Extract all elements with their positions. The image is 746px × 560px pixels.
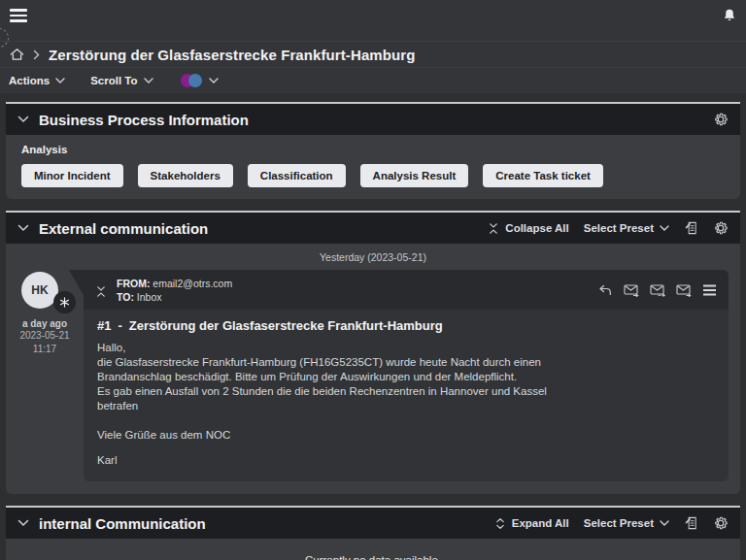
business-process-title: Business Process Information <box>39 112 249 128</box>
article-age: a day ago <box>22 318 67 329</box>
minor-incident-button[interactable]: Minor Incident <box>21 164 123 187</box>
day-divider: Yesterday (2023-05-21) <box>6 248 740 270</box>
priority-indicator-dropdown[interactable] <box>181 74 219 87</box>
mail-signature: Karl <box>97 453 715 468</box>
business-process-section: Business Process Information Analysis Mi… <box>6 102 740 199</box>
from-value: email2@otrs.com <box>153 278 232 289</box>
business-process-header[interactable]: Business Process Information <box>6 102 740 135</box>
mail-text-line: die Glasfaserstrecke Frankfurt-Hamburg (… <box>97 355 715 370</box>
reply-all-email-icon[interactable] <box>650 284 665 297</box>
subject-number: #1 <box>97 318 111 333</box>
article-subject: #1-Zerstörung der Glasfaserstrecke Frank… <box>97 318 715 333</box>
chevron-down-icon[interactable] <box>17 224 29 232</box>
article-date: 2023-05-21 <box>19 329 69 343</box>
preset-filter-icon[interactable] <box>684 220 698 236</box>
subject-separator: - <box>118 318 121 333</box>
article-row: HK a day ago 2023-05-21 11:17 <box>6 270 740 481</box>
external-communication-body: Yesterday (2023-05-21) HK a day ago 2023… <box>6 244 740 494</box>
ticket-toolbar: Actions Scroll To <box>0 68 746 93</box>
article-time: 11:17 <box>33 343 56 356</box>
preset-filter-icon[interactable] <box>684 515 698 531</box>
collapse-all-icon <box>488 222 499 235</box>
mail-text-line: Hallo, <box>97 341 715 355</box>
external-communication-header[interactable]: External communication Collapse All Sele… <box>6 211 740 244</box>
hamburger-menu-icon[interactable] <box>10 8 27 25</box>
article-meta-column: HK a day ago 2023-05-21 11:17 <box>6 270 84 356</box>
collapse-article-icon[interactable] <box>95 277 107 304</box>
unread-article-badge-icon[interactable] <box>53 291 76 313</box>
analysis-label: Analysis <box>21 144 725 155</box>
select-preset-label: Select Preset <box>584 517 654 529</box>
stakeholders-button[interactable]: Stakeholders <box>138 164 233 187</box>
select-preset-dropdown[interactable]: Select Preset <box>584 222 669 234</box>
gear-icon[interactable] <box>713 220 729 236</box>
select-preset-dropdown[interactable]: Select Preset <box>584 517 669 529</box>
from-label: FROM: <box>117 278 150 289</box>
expand-all-icon <box>494 517 506 530</box>
external-communication-title: External communication <box>39 220 208 237</box>
chevron-down-icon <box>660 225 669 231</box>
expand-all-button[interactable]: Expand All <box>494 517 569 530</box>
actions-menu-button[interactable]: Actions <box>9 75 65 86</box>
article-menu-icon[interactable] <box>702 284 717 296</box>
select-preset-label: Select Preset <box>584 222 654 234</box>
page-title: Zerstörung der Glasfaserstrecke Frankfur… <box>49 47 416 63</box>
expand-all-label: Expand All <box>512 517 569 529</box>
collapse-all-label: Collapse All <box>505 222 568 234</box>
classification-button[interactable]: Classification <box>248 164 346 187</box>
analysis-result-button[interactable]: Analysis Result <box>360 164 469 187</box>
internal-communication-title: internal Communication <box>39 515 206 532</box>
gear-icon[interactable] <box>713 112 729 127</box>
internal-communication-header[interactable]: internal Communication Expand All Select… <box>6 506 740 539</box>
subject-text: Zerstörung der Glasfaserstrecke Frankfur… <box>129 318 443 333</box>
reply-icon[interactable] <box>597 284 613 297</box>
scroll-to-menu-button[interactable]: Scroll To <box>90 75 153 86</box>
internal-communication-body: Currently no data available. <box>6 539 740 560</box>
top-bar <box>0 0 746 42</box>
collapse-all-button[interactable]: Collapse All <box>488 222 568 235</box>
breadcrumb-chevron-icon <box>33 49 40 60</box>
mail-text-line: Brandanschlag beschädigt. Bitte um Prüfu… <box>97 370 715 384</box>
forward-email-icon[interactable] <box>676 284 692 297</box>
actions-label: Actions <box>9 75 50 86</box>
gear-icon[interactable] <box>713 515 729 531</box>
mail-text-line: Es gab einen Ausfall von 2 Stunden die d… <box>97 384 715 399</box>
bell-icon[interactable] <box>723 8 736 22</box>
article-card: FROM: email2@otrs.com TO: Inbox <box>84 270 729 481</box>
mail-text-line: betrafen <box>97 399 715 413</box>
external-communication-section: External communication Collapse All Sele… <box>6 211 740 494</box>
breadcrumb: Zerstörung der Glasfaserstrecke Frankfur… <box>0 42 746 68</box>
home-icon[interactable] <box>10 48 24 61</box>
internal-communication-section: internal Communication Expand All Select… <box>6 506 740 560</box>
empty-state-text: Currently no data available. <box>305 554 441 560</box>
chevron-down-icon <box>660 520 669 526</box>
to-label: TO: <box>117 291 134 303</box>
mail-closing-line: Viele Grüße aus dem NOC <box>97 428 715 443</box>
article-body: #1-Zerstörung der Glasfaserstrecke Frank… <box>84 310 729 481</box>
chevron-down-icon[interactable] <box>17 115 29 123</box>
article-header[interactable]: FROM: email2@otrs.com TO: Inbox <box>84 270 729 310</box>
reply-email-icon[interactable] <box>624 284 639 297</box>
chevron-down-icon[interactable] <box>17 519 29 527</box>
priority-color-dots-icon <box>181 74 203 87</box>
to-value: Inbox <box>137 291 162 303</box>
scroll-to-label: Scroll To <box>90 75 137 86</box>
create-task-ticket-button[interactable]: Create Task ticket <box>483 164 603 187</box>
business-process-body: Analysis Minor Incident Stakeholders Cla… <box>6 135 740 199</box>
article-addresses: FROM: email2@otrs.com TO: Inbox <box>117 277 232 304</box>
